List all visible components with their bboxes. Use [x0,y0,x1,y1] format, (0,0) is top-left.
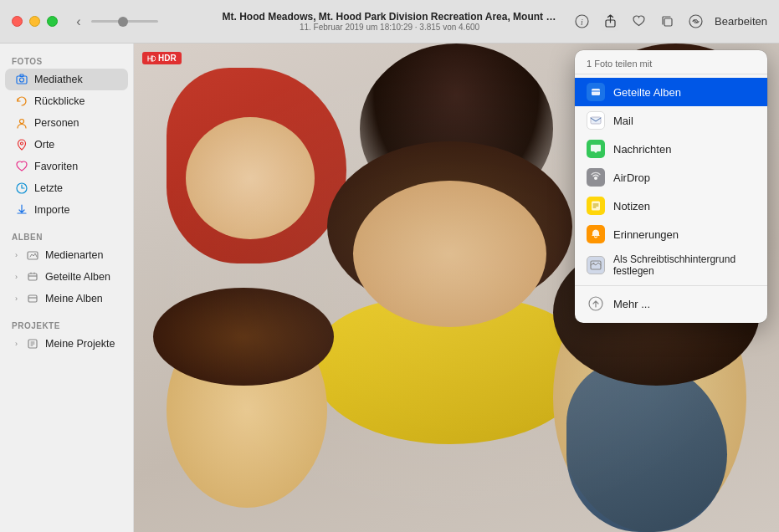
sidebar-item-importe[interactable]: Importe [5,199,128,221]
hdr-badge: HDR [142,52,182,64]
photo-title: Mt. Hood Meadows, Mt. Hood Park Division… [223,11,557,23]
personen-icon [15,116,28,130]
rueckblicke-icon [15,95,28,108]
back-button[interactable]: ‹ [69,13,88,31]
importe-icon [15,203,28,217]
share-item-mail[interactable]: Mail [575,106,767,135]
adjust-button[interactable] [686,13,705,31]
svg-point-18 [594,176,597,180]
share-icon-airdrop [587,168,605,187]
share-icon-mehr [587,294,605,313]
sidebar-item-medienarten[interactable]: › Medienarten [5,244,128,266]
share-popup: 1 Foto teilen mit Geteilte Alben [575,50,767,323]
svg-rect-8 [20,74,23,77]
toolbar-right: i Bearbeiten [572,13,779,31]
zoom-slider-area [91,20,158,23]
close-button[interactable] [12,16,23,27]
svg-point-9 [20,120,24,124]
share-item-airdrop[interactable]: AirDrop [575,163,767,192]
share-item-schreibtisch[interactable]: Als Schreibtischhintergrund festlegen [575,248,767,282]
meine-projekte-icon [26,337,39,350]
mediathek-icon [15,73,28,86]
medienarten-icon [26,248,39,262]
titlebar: ‹ Mt. Hood Meadows, Mt. Hood Park Divisi… [0,0,779,43]
svg-rect-16 [592,89,600,95]
sidebar-item-letzte[interactable]: Letzte [5,177,128,199]
sidebar-item-meine-alben[interactable]: › Meine Alben [5,288,128,309]
share-icon-erinnerungen [587,225,605,243]
svg-rect-14 [28,295,37,302]
sidebar-item-personen[interactable]: Personen [5,112,128,134]
share-item-erinnerungen[interactable]: Erinnerungen [575,220,767,248]
share-button[interactable] [601,13,619,31]
share-item-mehr[interactable]: Mehr ... [575,289,767,318]
share-icon-geteilte-alben [587,83,605,101]
svg-point-7 [20,78,24,82]
title-center: Mt. Hood Meadows, Mt. Hood Park Division… [223,11,557,32]
share-label-schreibtisch: Als Schreibtischhintergrund festlegen [613,253,756,277]
section-projekte-label: Projekte [0,316,133,333]
sidebar-item-rueckblicke-label: Rückblicke [34,95,85,107]
share-item-geteilte-alben[interactable]: Geteilte Alben [575,78,767,106]
svg-point-21 [593,263,595,264]
sidebar-item-orte-label: Orte [34,139,54,151]
sidebar-item-importe-label: Importe [34,204,69,216]
share-icon-notizen [587,197,605,215]
main-area: Fotos Mediathek Rückblicke [0,43,779,532]
photo-area: HDR 1 Foto teilen mit Geteilte Alben [134,43,779,532]
sidebar-item-meine-projekte[interactable]: › Meine Projekte [5,333,128,355]
sidebar-item-orte[interactable]: Orte [5,134,128,156]
sidebar-item-rueckblicke[interactable]: Rückblicke [5,90,128,112]
share-item-notizen[interactable]: Notizen [575,192,767,220]
sidebar-item-letzte-label: Letzte [34,182,63,194]
share-item-nachrichten[interactable]: Nachrichten [575,135,767,163]
share-label-mail: Mail [613,115,633,127]
share-label-geteilte-alben: Geteilte Alben [613,86,681,99]
maximize-button[interactable] [47,16,58,27]
meine-alben-chevron: › [15,294,18,303]
info-button[interactable]: i [572,13,591,31]
share-icon-schreibtisch [587,256,605,274]
meine-projekte-chevron: › [15,340,18,348]
share-label-erinnerungen: Erinnerungen [613,228,679,241]
share-divider [575,285,767,286]
svg-rect-3 [664,18,672,26]
duplicate-button[interactable] [658,13,676,31]
svg-rect-13 [28,274,37,280]
medienarten-chevron: › [15,251,18,259]
zoom-slider-thumb[interactable] [118,17,128,27]
share-label-notizen: Notizen [613,200,650,212]
traffic-lights [0,16,58,27]
sidebar-item-meine-alben-label: Meine Alben [45,293,103,304]
geteilte-alben-sidebar-icon [26,270,39,284]
sidebar: Fotos Mediathek Rückblicke [0,43,134,532]
share-label-mehr: Mehr ... [613,298,650,310]
geteilte-alben-chevron: › [15,273,18,281]
sidebar-item-mediathek-label: Mediathek [34,74,83,85]
meine-alben-icon [26,292,39,305]
share-label-nachrichten: Nachrichten [613,143,671,156]
svg-text:i: i [581,18,583,27]
svg-rect-17 [591,117,601,124]
share-icon-nachrichten [587,140,605,158]
sidebar-item-favoriten[interactable]: Favoriten [5,156,128,177]
sidebar-item-geteilte-alben-label: Geteilte Alben [45,271,110,283]
hdr-label: HDR [158,54,177,63]
favoriten-icon [15,160,28,173]
bearbeiten-button[interactable]: Bearbeiten [715,15,767,28]
share-popup-header: 1 Foto teilen mit [575,50,767,74]
favorite-button[interactable] [629,13,648,31]
svg-rect-6 [17,76,27,84]
share-icon-mail [587,111,605,130]
letzte-icon [15,182,28,195]
minimize-button[interactable] [29,16,40,27]
section-alben-label: Alben [0,228,133,244]
svg-point-10 [21,142,23,145]
sidebar-item-geteilte-alben[interactable]: › Geteilte Alben [5,266,128,288]
orte-icon [15,138,28,151]
section-fotos-label: Fotos [0,52,133,69]
sidebar-item-favoriten-label: Favoriten [34,161,78,172]
sidebar-item-meine-projekte-label: Meine Projekte [45,338,115,350]
sidebar-item-mediathek[interactable]: Mediathek [5,69,128,90]
zoom-slider-track [91,20,158,23]
